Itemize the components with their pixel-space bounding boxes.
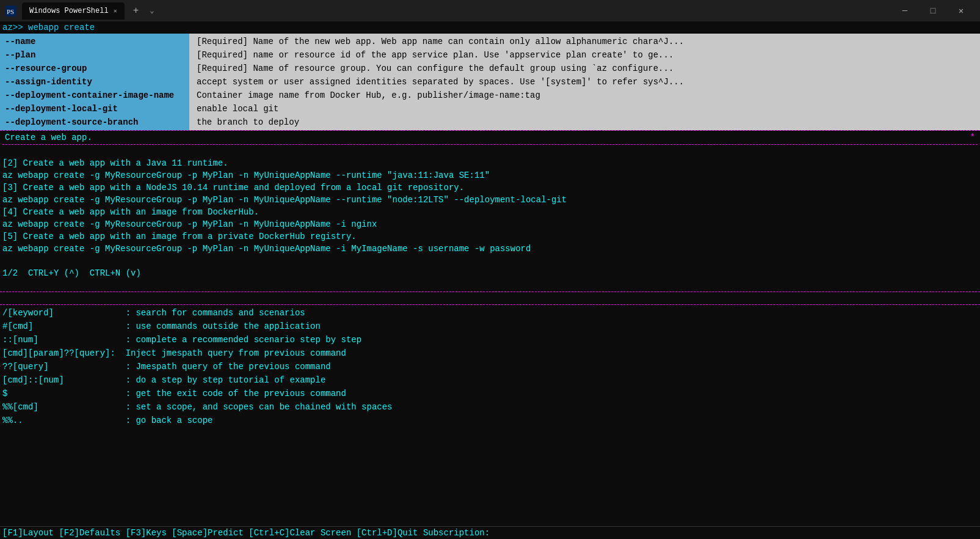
ac-desc-resource-group-text: [Required] Name of resource group. You c… — [194, 62, 676, 75]
help-line-keyword: /[keyword] : search for commands and sce… — [2, 306, 978, 320]
example-4-label: [4] Create a web app with an image from … — [2, 206, 978, 218]
prompt-command: webapp create — [23, 23, 95, 32]
minimize-button[interactable]: ─ — [891, 0, 919, 21]
help-line-tutorial: [cmd]::[num] : do a step by step tutoria… — [2, 373, 978, 387]
ac-row-resource-group[interactable]: --resource-group — [0, 62, 189, 75]
new-tab-button[interactable]: + — [129, 6, 143, 16]
main-content: Create a web app. * [2] Create a web app… — [0, 131, 980, 292]
help-line-num: ::[num] : complete a recommended scenari… — [2, 333, 978, 346]
create-webapp-text: Create a web app. — [5, 131, 92, 144]
autocomplete-left: --name --plan --resource-group --assign-… — [0, 34, 189, 130]
ac-item-local-git: --deployment-local-git — [0, 102, 189, 116]
ac-desc-name-text: [Required] Name of the new web app. Web … — [194, 35, 686, 48]
ac-item-container-image: --deployment-container-image-name — [0, 89, 189, 102]
title-bar: PS Windows PowerShell ✕ + ⌄ ─ □ ✕ — [0, 0, 980, 21]
ac-desc-local-git-text: enable local git — [194, 102, 281, 116]
help-line-cmd: #[cmd] : use commands outside the applic… — [2, 320, 978, 333]
ac-item-assign-identity: --assign-identity — [0, 75, 189, 89]
help-line-back: %%.. : go back a scope — [2, 414, 978, 427]
ac-row-local-git[interactable]: --deployment-local-git — [0, 102, 189, 116]
example-2-label: [2] Create a web app with a Java 11 runt… — [2, 157, 978, 169]
terminal: az>> webapp create --name --plan --resou… — [0, 21, 980, 539]
blank-line-2 — [2, 255, 978, 267]
ac-row-assign-identity[interactable]: --assign-identity — [0, 75, 189, 89]
ac-item-name: --name — [0, 35, 189, 48]
example-3-label: [3] Create a web app with a NodeJS 10.14… — [2, 182, 978, 194]
star-symbol: * — [970, 131, 975, 144]
tab-close-button[interactable]: ✕ — [114, 7, 117, 15]
tab-dropdown-button[interactable]: ⌄ — [147, 6, 156, 15]
ac-desc-local-git: enable local git — [194, 102, 975, 116]
ac-row-name[interactable]: --name — [0, 35, 189, 48]
window-controls: ─ □ ✕ — [891, 0, 975, 21]
status-bar-text: [F1]Layout [F2]Defaults [F3]Keys [Space]… — [2, 528, 490, 538]
blank-line-1 — [2, 145, 978, 157]
help-line-scope: %%[cmd] : set a scope, and scopes can be… — [2, 400, 978, 414]
example-4-command: az webapp create -g MyResourceGroup -p M… — [2, 218, 978, 230]
ac-item-source-branch: --deployment-source-branch — [0, 116, 189, 129]
ac-desc-container-image-text: Container image name from Docker Hub, e.… — [194, 89, 543, 102]
help-line-exitcode: $ : get the exit code of the previous co… — [2, 387, 978, 400]
ac-desc-source-branch-text: the branch to deploy — [194, 116, 302, 129]
tab-label: Windows PowerShell — [29, 7, 109, 15]
svg-text:PS: PS — [7, 8, 14, 15]
ac-item-plan: --plan — [0, 48, 189, 62]
blank-line-3 — [2, 279, 978, 292]
powershell-icon: PS — [5, 5, 17, 17]
ac-row-container-image[interactable]: --deployment-container-image-name — [0, 89, 189, 102]
example-3-command: az webapp create -g MyResourceGroup -p M… — [2, 194, 978, 206]
ac-desc-assign-identity: accept system or user assigned identitie… — [194, 75, 975, 89]
close-button[interactable]: ✕ — [947, 0, 975, 21]
maximize-button[interactable]: □ — [919, 0, 947, 21]
ac-desc-name: [Required] Name of the new web app. Web … — [194, 35, 975, 48]
page-info: 1/2 CTRL+Y (^) CTRL+N (v) — [2, 267, 978, 279]
example-5-command: az webapp create -g MyResourceGroup -p M… — [2, 243, 978, 255]
example-5-label: [5] Create a web app with an image from … — [2, 230, 978, 243]
ac-desc-source-branch: the branch to deploy — [194, 116, 975, 129]
ac-desc-assign-identity-text: accept system or user assigned identitie… — [194, 75, 686, 89]
example-2-command: az webapp create -g MyResourceGroup -p M… — [2, 169, 978, 182]
ac-desc-plan: [Required] name or resource id of the ap… — [194, 48, 975, 62]
ac-desc-plan-text: [Required] name or resource id of the ap… — [194, 48, 676, 62]
autocomplete-right: [Required] Name of the new web app. Web … — [189, 34, 980, 130]
ac-desc-container-image: Container image name from Docker Hub, e.… — [194, 89, 975, 102]
help-line-jmespath: ??[query] : Jmespath query of the previo… — [2, 360, 978, 373]
help-line-query: [cmd][param]??[query]: Inject jmespath q… — [2, 346, 978, 360]
ac-item-resource-group: --resource-group — [0, 62, 189, 75]
ac-row-plan[interactable]: --plan — [0, 48, 189, 62]
prompt-line: az>> webapp create — [0, 21, 980, 34]
autocomplete-panel: --name --plan --resource-group --assign-… — [0, 34, 980, 130]
prompt-prefix: az>> — [2, 23, 23, 32]
blank-line-4 — [0, 292, 980, 304]
ac-desc-resource-group: [Required] Name of resource group. You c… — [194, 62, 975, 75]
help-section: /[keyword] : search for commands and sce… — [0, 305, 980, 428]
ac-row-source-branch[interactable]: --deployment-source-branch — [0, 116, 189, 129]
tab-powershell[interactable]: Windows PowerShell ✕ — [22, 2, 125, 20]
create-webapp-line: Create a web app. * — [2, 131, 978, 144]
status-bar: [F1]Layout [F2]Defaults [F3]Keys [Space]… — [0, 526, 980, 539]
